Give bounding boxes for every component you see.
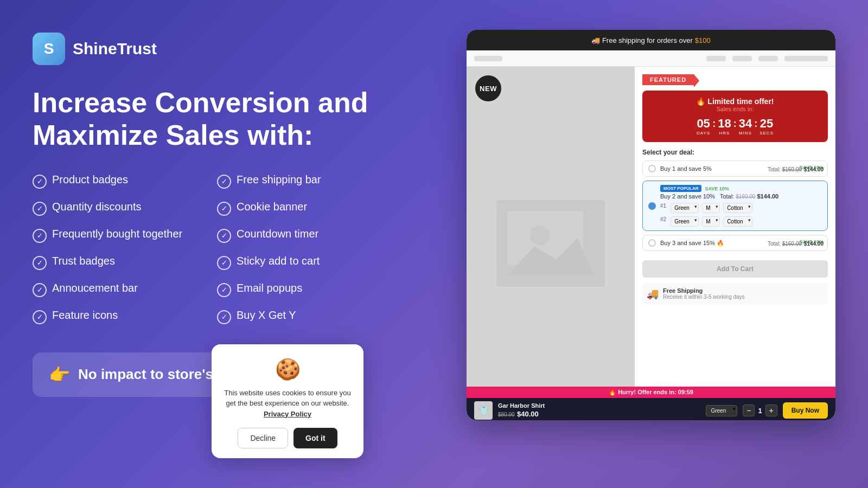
- size-select-2[interactable]: M: [702, 216, 720, 227]
- deal-radio-2[interactable]: [648, 202, 656, 210]
- check-icon: ✓: [217, 256, 231, 270]
- deal-prompt: Select your deal:: [642, 149, 828, 156]
- nav-link-2: [732, 56, 752, 61]
- check-icon: ✓: [33, 256, 47, 270]
- logo-name: ShineTrust: [73, 40, 157, 58]
- feature-quantity-discounts: ✓ Quantity discounts: [33, 201, 195, 216]
- logo-row: S ShineTrust: [33, 33, 380, 65]
- qty-minus-button[interactable]: −: [743, 404, 755, 416]
- countdown-box: 🔥 Limited time offer! Sales ends in: 05 …: [642, 91, 828, 142]
- feature-announcement-bar: ✓ Annoucement bar: [33, 282, 195, 297]
- sticky-color-select[interactable]: Green: [706, 405, 737, 416]
- logo-icon: S: [33, 33, 65, 65]
- cookie-buttons: Decline Got it: [222, 428, 353, 448]
- nav-search: [784, 56, 828, 61]
- decline-button[interactable]: Decline: [238, 428, 288, 448]
- qty-number: 1: [758, 407, 762, 415]
- nav-link-3: [758, 56, 778, 61]
- product-details: FEATURED 🔥 Limited time offer! Sales end…: [635, 67, 835, 420]
- deal-option-1[interactable]: Buy 1 and save 5% SAVE 10% Total: $160.0…: [642, 160, 828, 177]
- countdown-times: 05 DAYS : 18 HRS : 34 MINS : 25: [649, 117, 821, 136]
- shipping-amount: $100: [695, 36, 711, 44]
- nav-link-1: [706, 56, 726, 61]
- feature-feature-icons: ✓ Feature icons: [33, 309, 195, 324]
- product-image-placeholder: [496, 200, 605, 287]
- check-icon: ✓: [33, 202, 47, 216]
- shipping-title: Free Shipping: [663, 287, 745, 294]
- features-right: ✓ Free shipping bar ✓ Cookie banner ✓ Co…: [217, 174, 380, 336]
- sticky-price-new: $40.00: [517, 410, 539, 418]
- feature-frequently-bought: ✓ Frequently bought together: [33, 228, 195, 243]
- material-select-2[interactable]: Cotton: [723, 216, 752, 227]
- cookie-text: This website uses cookies to ensure you …: [222, 388, 353, 420]
- color-select-2[interactable]: Green: [671, 216, 699, 227]
- shipping-icon: 🚚: [647, 288, 659, 300]
- save-badge-2: SAVE 10%: [705, 186, 729, 191]
- free-shipping-row: 🚚 Free Shipping Receive it within 3-5 wo…: [642, 283, 828, 304]
- browser-nav: [467, 50, 835, 67]
- product-image-col: NEW: [467, 67, 635, 420]
- countdown-title: 🔥 Limited time offer!: [649, 97, 821, 106]
- sticky-content: 👕 Gar Harbor Shirt $80.00 $40.00 Green −…: [467, 398, 835, 420]
- countdown-subtitle: Sales ends in:: [649, 106, 821, 112]
- speed-emoji: 👉: [49, 364, 71, 385]
- gotit-button[interactable]: Got it: [293, 428, 337, 448]
- color-select-1[interactable]: Green: [671, 203, 699, 213]
- sticky-price-old: $80.00: [498, 412, 515, 418]
- most-popular-badge: MOST POPULAR: [660, 185, 701, 192]
- cookie-banner: 🍪 This website uses cookies to ensure yo…: [212, 344, 363, 459]
- check-icon: ✓: [217, 202, 231, 216]
- variant-row-1: #1 Green M C: [660, 203, 822, 213]
- deal-total-1: Total: $160.00$144.00: [768, 166, 824, 172]
- check-icon: ✓: [217, 175, 231, 189]
- feature-email-popups: ✓ Email popups: [217, 282, 380, 297]
- deal-option-2[interactable]: MOST POPULAR SAVE 10% Buy 2 and save 10%…: [642, 181, 828, 231]
- cookie-icon: 🍪: [222, 357, 353, 381]
- nav-logo-rect: [474, 56, 502, 61]
- feature-free-shipping: ✓ Free shipping bar: [217, 174, 380, 189]
- variant-row-2: #2 Green M C: [660, 216, 822, 227]
- days-block: 05 DAYS: [697, 117, 710, 136]
- features-grid: ✓ Product badges ✓ Quantity discounts ✓ …: [33, 174, 380, 336]
- check-icon: ✓: [217, 310, 231, 324]
- browser-shipping-bar: 🚚 Free shipping for orders over $100: [467, 30, 835, 50]
- deal-radio-3[interactable]: [648, 239, 656, 247]
- feature-cookie-banner: ✓ Cookie banner: [217, 201, 380, 216]
- headline-line2: Maximize Sales with:: [33, 119, 380, 152]
- check-icon: ✓: [33, 229, 47, 243]
- check-icon: ✓: [217, 283, 231, 297]
- qty-plus-button[interactable]: +: [765, 404, 777, 416]
- deal-radio-1[interactable]: [648, 165, 656, 172]
- sticky-urgency: 🔥 Hurry! Offer ends in: 09:59: [467, 387, 835, 398]
- browser-content: NEW FEATURED 🔥 Limited time offer! Sales…: [467, 67, 835, 420]
- sticky-bar: 🔥 Hurry! Offer ends in: 09:59 👕 Gar Harb…: [467, 387, 835, 420]
- browser-mockup: 🚚 Free shipping for orders over $100 NEW: [467, 30, 835, 420]
- sticky-product-name: Gar Harbor Shirt: [498, 402, 545, 409]
- add-to-cart-button[interactable]: Add To Cart: [642, 260, 828, 278]
- check-icon: ✓: [217, 229, 231, 243]
- check-icon: ✓: [33, 283, 47, 297]
- check-icon: ✓: [33, 310, 47, 324]
- qty-controls: − 1 +: [743, 404, 777, 416]
- feature-sticky-cart: ✓ Sticky add to cart: [217, 255, 380, 270]
- secs-block: 25 SECS: [760, 117, 774, 136]
- buy-now-button[interactable]: Buy Now: [783, 402, 828, 419]
- product-image-area: [467, 67, 635, 420]
- deal-option-3[interactable]: Buy 3 and save 15% 🔥 SAVE 10% Total: $16…: [642, 235, 828, 251]
- headline: Increase Conversion and Maximize Sales w…: [33, 87, 380, 152]
- feature-product-badges: ✓ Product badges: [33, 174, 195, 189]
- size-select-1[interactable]: M: [702, 203, 720, 213]
- privacy-policy-link[interactable]: Privacy Policy: [264, 410, 311, 418]
- check-icon: ✓: [33, 175, 47, 189]
- headline-line1: Increase Conversion and: [33, 87, 380, 119]
- feature-trust-badges: ✓ Trust badges: [33, 255, 195, 270]
- feature-countdown-timer: ✓ Countdown timer: [217, 228, 380, 243]
- features-left: ✓ Product badges ✓ Quantity discounts ✓ …: [33, 174, 195, 336]
- featured-banner: FEATURED: [642, 74, 694, 85]
- hrs-block: 18 HRS: [718, 117, 731, 136]
- new-badge: NEW: [475, 75, 501, 101]
- svg-point-2: [530, 226, 550, 245]
- mins-block: 34 MINS: [739, 117, 752, 136]
- feature-buy-x-get-y: ✓ Buy X Get Y: [217, 309, 380, 324]
- material-select-1[interactable]: Cotton: [723, 203, 752, 213]
